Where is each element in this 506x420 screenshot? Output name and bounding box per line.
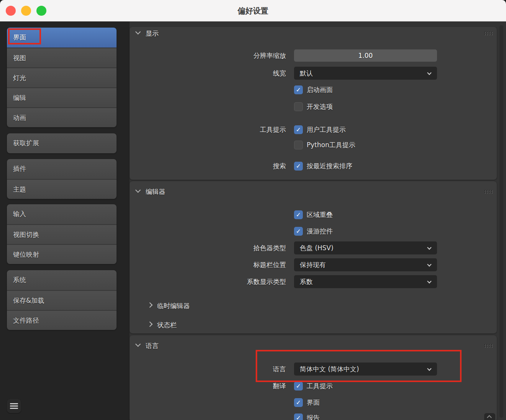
- chevron-down-icon: [427, 279, 431, 283]
- field-label: 线宽: [130, 67, 286, 80]
- annotation-box-language: [256, 350, 462, 382]
- preferences-window: 偏好设置 界面 视图 灯光 编辑 动画 获取扩展 插件 主题 输入 视图切换 键…: [0, 0, 506, 420]
- sidebar-item-lights[interactable]: 灯光: [7, 67, 117, 87]
- content-area: 界面 视图 灯光 编辑 动画 获取扩展 插件 主题 输入 视图切换 键位映射 系…: [0, 21, 506, 420]
- sidebar-item-viewport[interactable]: 视图: [7, 48, 117, 67]
- panel-display: 显示 分辨率缩放 1.00 线宽 默认 ✓: [130, 27, 497, 180]
- translate-interface-checkbox[interactable]: ✓: [294, 398, 303, 407]
- panel-title: 语言: [146, 341, 159, 351]
- user-tooltips-checkbox[interactable]: ✓: [294, 125, 303, 134]
- sidebar-item-themes[interactable]: 主题: [7, 179, 117, 199]
- sidebar-item-save-load[interactable]: 保存&加载: [7, 290, 117, 310]
- check-icon: ✓: [294, 85, 303, 94]
- field-label: 分辨率缩放: [130, 49, 286, 62]
- chevron-up-icon: [487, 415, 492, 420]
- checkbox-label[interactable]: 启动画面: [307, 85, 333, 94]
- line-width-dropdown[interactable]: 默认: [294, 67, 437, 80]
- subpanel-title: 临时编辑器: [157, 301, 190, 311]
- panel-title: 编辑器: [146, 187, 165, 197]
- check-icon: ✓: [294, 210, 303, 219]
- scrollbar[interactable]: [499, 25, 503, 418]
- sidebar-item-animation[interactable]: 动画: [7, 107, 117, 127]
- sidebar-item-input[interactable]: 输入: [7, 204, 117, 224]
- menu-button[interactable]: [7, 399, 21, 413]
- sidebar-group-input: 输入 视图切换 键位映射: [7, 204, 117, 264]
- field-label: 标题栏位置: [130, 258, 286, 271]
- splash-screen-checkbox[interactable]: ✓: [294, 85, 303, 94]
- chevron-down-icon: [427, 71, 431, 75]
- annotation-box-interface: [8, 28, 41, 44]
- checkbox-label[interactable]: 报告: [307, 413, 320, 420]
- chevron-down-icon: [135, 29, 141, 34]
- window-title: 偏好设置: [0, 0, 506, 21]
- sidebar-item-navigation[interactable]: 视图切换: [7, 224, 117, 244]
- field-label: 搜索: [130, 162, 286, 171]
- field-label: 系数显示类型: [130, 275, 286, 288]
- chevron-down-icon: [135, 341, 141, 347]
- factor-display-type-dropdown[interactable]: 系数: [294, 275, 437, 288]
- color-picker-type-dropdown[interactable]: 色盘 (HSV): [294, 241, 437, 254]
- translate-reports-checkbox[interactable]: ✓: [294, 413, 303, 420]
- subpanel-title: 状态栏: [157, 320, 177, 330]
- developer-options-checkbox[interactable]: [294, 102, 303, 111]
- checkbox-label[interactable]: 开发选项: [307, 102, 333, 111]
- sidebar-group-extensions: 获取扩展: [7, 133, 117, 153]
- chevron-right-icon: [147, 322, 153, 327]
- checkbox-label[interactable]: 用户工具提示: [307, 125, 346, 134]
- resolution-scale-field[interactable]: 1.00: [294, 49, 437, 62]
- dropdown-value: 系数: [300, 278, 313, 285]
- grip-icon: [484, 190, 493, 194]
- panel-editors-header[interactable]: 编辑器: [130, 187, 497, 197]
- checkbox-label[interactable]: 工具提示: [307, 382, 333, 390]
- field-label: 工具提示: [130, 125, 286, 134]
- dropdown-value: 保持现有: [300, 261, 326, 269]
- check-icon: ✓: [294, 162, 303, 171]
- checkbox-label[interactable]: 按最近搜索排序: [307, 162, 352, 171]
- scroll-up-button[interactable]: [484, 413, 495, 420]
- panel-language-header[interactable]: 语言: [130, 341, 497, 351]
- translate-tooltips-checkbox[interactable]: ✓: [294, 382, 303, 390]
- grip-icon: [484, 31, 493, 35]
- check-icon: ✓: [294, 227, 303, 236]
- navigation-controls-checkbox[interactable]: ✓: [294, 227, 303, 236]
- sidebar-item-addons[interactable]: 插件: [7, 159, 117, 179]
- panel-title: 显示: [146, 28, 159, 38]
- sidebar-item-editing[interactable]: 编辑: [7, 87, 117, 107]
- checkbox-label[interactable]: 界面: [307, 398, 320, 407]
- checkbox-label[interactable]: Python工具提示: [307, 141, 355, 149]
- hamburger-icon: [10, 403, 18, 404]
- sidebar-item-system[interactable]: 系统: [7, 270, 117, 290]
- status-bar-subpanel[interactable]: 状态栏: [130, 320, 497, 330]
- temp-editors-subpanel[interactable]: 临时编辑器: [130, 301, 497, 311]
- sidebar-group-system: 系统 保存&加载 文件路径: [7, 270, 117, 330]
- field-label: 翻译: [130, 382, 286, 390]
- check-icon: ✓: [294, 382, 303, 390]
- check-icon: ✓: [294, 125, 303, 134]
- sidebar: 界面 视图 灯光 编辑 动画 获取扩展 插件 主题 输入 视图切换 键位映射 系…: [0, 21, 130, 420]
- field-label: 拾色器类型: [130, 241, 286, 254]
- panel-display-header[interactable]: 显示: [130, 28, 497, 38]
- dropdown-value: 色盘 (HSV): [300, 244, 334, 252]
- chevron-down-icon: [427, 245, 431, 249]
- header-position-dropdown[interactable]: 保持现有: [294, 258, 437, 271]
- chevron-down-icon: [135, 187, 141, 193]
- checkbox-label[interactable]: 区域重叠: [307, 210, 333, 219]
- dropdown-value: 默认: [300, 69, 313, 77]
- sidebar-item-keymap[interactable]: 键位映射: [7, 244, 117, 264]
- sort-recent-search-checkbox[interactable]: ✓: [294, 162, 303, 171]
- python-tooltips-checkbox[interactable]: [294, 141, 303, 149]
- chevron-down-icon: [427, 262, 431, 266]
- check-icon: ✓: [294, 413, 303, 420]
- grip-icon: [484, 344, 493, 348]
- region-overlap-checkbox[interactable]: ✓: [294, 210, 303, 219]
- sidebar-group-addons: 插件 主题: [7, 159, 117, 199]
- panel-editors: 编辑器 ✓ 区域重叠 ✓ 漫游控件 拾色器类型: [130, 181, 497, 333]
- titlebar: 偏好设置: [0, 0, 506, 21]
- check-icon: ✓: [294, 398, 303, 407]
- checkbox-label[interactable]: 漫游控件: [307, 227, 333, 236]
- sidebar-item-file-paths[interactable]: 文件路径: [7, 310, 117, 330]
- sidebar-item-get-extensions[interactable]: 获取扩展: [7, 133, 117, 153]
- chevron-right-icon: [147, 302, 153, 308]
